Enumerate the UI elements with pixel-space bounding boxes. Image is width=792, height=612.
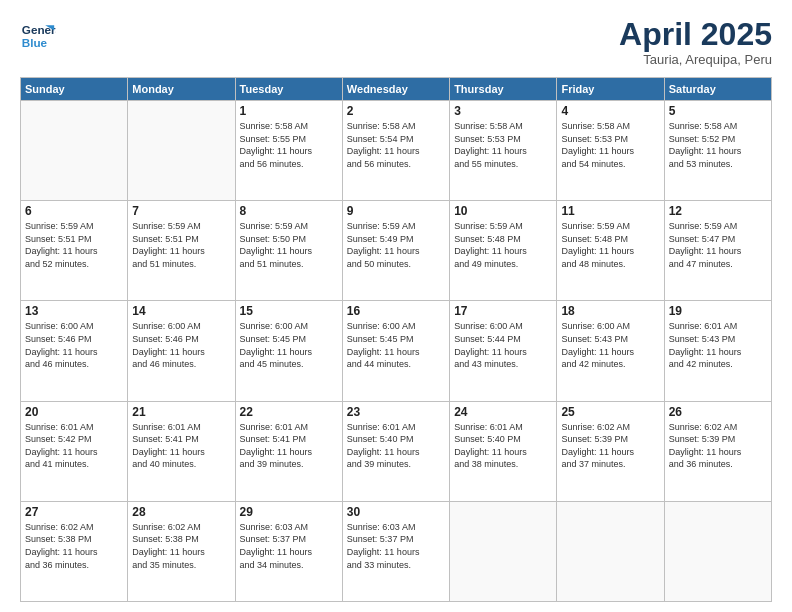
table-row: 29Sunrise: 6:03 AM Sunset: 5:37 PM Dayli… (235, 501, 342, 601)
calendar-week-row: 20Sunrise: 6:01 AM Sunset: 5:42 PM Dayli… (21, 401, 772, 501)
day-number: 30 (347, 505, 445, 519)
header-wednesday: Wednesday (342, 78, 449, 101)
day-info: Sunrise: 5:59 AM Sunset: 5:51 PM Dayligh… (132, 220, 230, 270)
day-number: 3 (454, 104, 552, 118)
day-number: 2 (347, 104, 445, 118)
table-row: 4Sunrise: 5:58 AM Sunset: 5:53 PM Daylig… (557, 101, 664, 201)
table-row: 1Sunrise: 5:58 AM Sunset: 5:55 PM Daylig… (235, 101, 342, 201)
day-info: Sunrise: 6:00 AM Sunset: 5:43 PM Dayligh… (561, 320, 659, 370)
svg-text:Blue: Blue (22, 36, 48, 49)
table-row: 2Sunrise: 5:58 AM Sunset: 5:54 PM Daylig… (342, 101, 449, 201)
day-info: Sunrise: 6:01 AM Sunset: 5:41 PM Dayligh… (132, 421, 230, 471)
day-info: Sunrise: 5:59 AM Sunset: 5:50 PM Dayligh… (240, 220, 338, 270)
table-row: 3Sunrise: 5:58 AM Sunset: 5:53 PM Daylig… (450, 101, 557, 201)
table-row: 14Sunrise: 6:00 AM Sunset: 5:46 PM Dayli… (128, 301, 235, 401)
logo-icon: General Blue (20, 18, 56, 54)
table-row: 16Sunrise: 6:00 AM Sunset: 5:45 PM Dayli… (342, 301, 449, 401)
day-info: Sunrise: 6:01 AM Sunset: 5:43 PM Dayligh… (669, 320, 767, 370)
day-info: Sunrise: 6:00 AM Sunset: 5:46 PM Dayligh… (25, 320, 123, 370)
day-number: 16 (347, 304, 445, 318)
header-sunday: Sunday (21, 78, 128, 101)
calendar-week-row: 1Sunrise: 5:58 AM Sunset: 5:55 PM Daylig… (21, 101, 772, 201)
day-info: Sunrise: 5:58 AM Sunset: 5:53 PM Dayligh… (454, 120, 552, 170)
header: General Blue April 2025 Tauria, Arequipa… (20, 18, 772, 67)
day-info: Sunrise: 5:58 AM Sunset: 5:53 PM Dayligh… (561, 120, 659, 170)
day-number: 1 (240, 104, 338, 118)
day-info: Sunrise: 5:59 AM Sunset: 5:48 PM Dayligh… (561, 220, 659, 270)
table-row: 28Sunrise: 6:02 AM Sunset: 5:38 PM Dayli… (128, 501, 235, 601)
table-row: 10Sunrise: 5:59 AM Sunset: 5:48 PM Dayli… (450, 201, 557, 301)
calendar-table: Sunday Monday Tuesday Wednesday Thursday… (20, 77, 772, 602)
day-number: 10 (454, 204, 552, 218)
day-number: 18 (561, 304, 659, 318)
calendar-title: April 2025 (619, 18, 772, 50)
table-row: 20Sunrise: 6:01 AM Sunset: 5:42 PM Dayli… (21, 401, 128, 501)
day-number: 7 (132, 204, 230, 218)
day-info: Sunrise: 6:01 AM Sunset: 5:40 PM Dayligh… (347, 421, 445, 471)
table-row: 9Sunrise: 5:59 AM Sunset: 5:49 PM Daylig… (342, 201, 449, 301)
day-number: 12 (669, 204, 767, 218)
day-info: Sunrise: 6:03 AM Sunset: 5:37 PM Dayligh… (240, 521, 338, 571)
day-number: 26 (669, 405, 767, 419)
table-row (450, 501, 557, 601)
day-info: Sunrise: 6:00 AM Sunset: 5:46 PM Dayligh… (132, 320, 230, 370)
day-number: 6 (25, 204, 123, 218)
weekday-header-row: Sunday Monday Tuesday Wednesday Thursday… (21, 78, 772, 101)
day-info: Sunrise: 6:02 AM Sunset: 5:39 PM Dayligh… (561, 421, 659, 471)
day-number: 21 (132, 405, 230, 419)
table-row: 5Sunrise: 5:58 AM Sunset: 5:52 PM Daylig… (664, 101, 771, 201)
table-row: 26Sunrise: 6:02 AM Sunset: 5:39 PM Dayli… (664, 401, 771, 501)
calendar-week-row: 27Sunrise: 6:02 AM Sunset: 5:38 PM Dayli… (21, 501, 772, 601)
day-number: 24 (454, 405, 552, 419)
logo: General Blue (20, 18, 56, 54)
day-number: 28 (132, 505, 230, 519)
day-number: 14 (132, 304, 230, 318)
day-number: 15 (240, 304, 338, 318)
table-row (557, 501, 664, 601)
day-info: Sunrise: 5:59 AM Sunset: 5:47 PM Dayligh… (669, 220, 767, 270)
svg-text:General: General (22, 23, 56, 36)
day-info: Sunrise: 5:58 AM Sunset: 5:54 PM Dayligh… (347, 120, 445, 170)
day-info: Sunrise: 6:02 AM Sunset: 5:39 PM Dayligh… (669, 421, 767, 471)
calendar-week-row: 6Sunrise: 5:59 AM Sunset: 5:51 PM Daylig… (21, 201, 772, 301)
header-tuesday: Tuesday (235, 78, 342, 101)
day-number: 20 (25, 405, 123, 419)
table-row: 13Sunrise: 6:00 AM Sunset: 5:46 PM Dayli… (21, 301, 128, 401)
day-info: Sunrise: 6:01 AM Sunset: 5:42 PM Dayligh… (25, 421, 123, 471)
table-row: 11Sunrise: 5:59 AM Sunset: 5:48 PM Dayli… (557, 201, 664, 301)
table-row: 19Sunrise: 6:01 AM Sunset: 5:43 PM Dayli… (664, 301, 771, 401)
day-number: 4 (561, 104, 659, 118)
day-info: Sunrise: 6:02 AM Sunset: 5:38 PM Dayligh… (132, 521, 230, 571)
day-number: 13 (25, 304, 123, 318)
day-number: 9 (347, 204, 445, 218)
day-number: 5 (669, 104, 767, 118)
table-row: 21Sunrise: 6:01 AM Sunset: 5:41 PM Dayli… (128, 401, 235, 501)
day-info: Sunrise: 5:59 AM Sunset: 5:51 PM Dayligh… (25, 220, 123, 270)
table-row: 7Sunrise: 5:59 AM Sunset: 5:51 PM Daylig… (128, 201, 235, 301)
day-info: Sunrise: 5:58 AM Sunset: 5:52 PM Dayligh… (669, 120, 767, 170)
day-number: 8 (240, 204, 338, 218)
day-info: Sunrise: 5:59 AM Sunset: 5:49 PM Dayligh… (347, 220, 445, 270)
table-row: 12Sunrise: 5:59 AM Sunset: 5:47 PM Dayli… (664, 201, 771, 301)
day-info: Sunrise: 6:00 AM Sunset: 5:45 PM Dayligh… (347, 320, 445, 370)
header-saturday: Saturday (664, 78, 771, 101)
table-row: 30Sunrise: 6:03 AM Sunset: 5:37 PM Dayli… (342, 501, 449, 601)
day-info: Sunrise: 6:03 AM Sunset: 5:37 PM Dayligh… (347, 521, 445, 571)
day-number: 23 (347, 405, 445, 419)
header-thursday: Thursday (450, 78, 557, 101)
day-info: Sunrise: 5:58 AM Sunset: 5:55 PM Dayligh… (240, 120, 338, 170)
table-row: 8Sunrise: 5:59 AM Sunset: 5:50 PM Daylig… (235, 201, 342, 301)
header-monday: Monday (128, 78, 235, 101)
title-block: April 2025 Tauria, Arequipa, Peru (619, 18, 772, 67)
table-row (21, 101, 128, 201)
table-row: 25Sunrise: 6:02 AM Sunset: 5:39 PM Dayli… (557, 401, 664, 501)
day-info: Sunrise: 6:02 AM Sunset: 5:38 PM Dayligh… (25, 521, 123, 571)
table-row: 6Sunrise: 5:59 AM Sunset: 5:51 PM Daylig… (21, 201, 128, 301)
day-info: Sunrise: 6:00 AM Sunset: 5:44 PM Dayligh… (454, 320, 552, 370)
table-row: 23Sunrise: 6:01 AM Sunset: 5:40 PM Dayli… (342, 401, 449, 501)
day-info: Sunrise: 6:01 AM Sunset: 5:40 PM Dayligh… (454, 421, 552, 471)
table-row: 17Sunrise: 6:00 AM Sunset: 5:44 PM Dayli… (450, 301, 557, 401)
table-row: 27Sunrise: 6:02 AM Sunset: 5:38 PM Dayli… (21, 501, 128, 601)
day-number: 27 (25, 505, 123, 519)
day-number: 17 (454, 304, 552, 318)
